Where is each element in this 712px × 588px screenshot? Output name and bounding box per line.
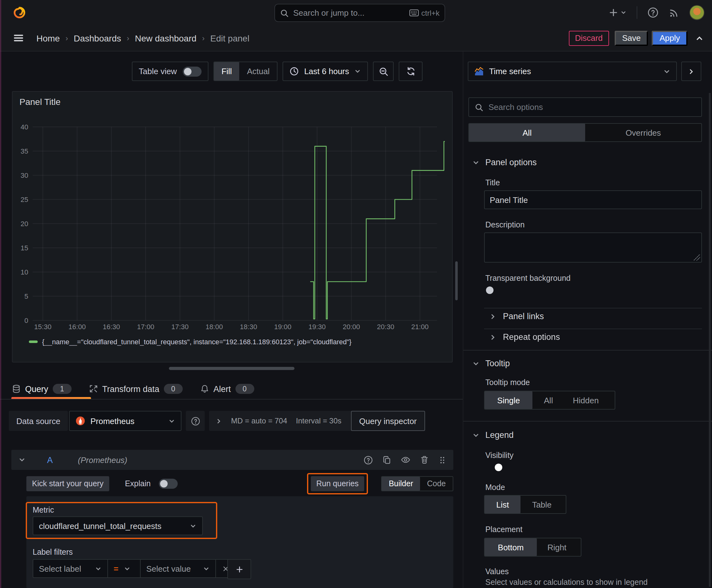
- menu-toggle[interactable]: [13, 25, 24, 51]
- screen-edge-artifact: [0, 0, 1, 588]
- clock-icon: [290, 67, 299, 76]
- breadcrumb-home[interactable]: Home: [37, 33, 60, 43]
- sidebar-scrollbar[interactable]: [709, 93, 711, 587]
- svg-text:40: 40: [21, 123, 28, 131]
- collapse-options-button[interactable]: [681, 62, 701, 81]
- save-button[interactable]: Save: [615, 30, 648, 45]
- code-option[interactable]: Code: [420, 477, 453, 491]
- breadcrumb-new-dashboard[interactable]: New dashboard: [135, 33, 196, 43]
- max-data-points: MD = auto = 704: [231, 417, 287, 425]
- refresh-button[interactable]: [399, 62, 423, 81]
- visualization-picker[interactable]: Time series: [468, 62, 677, 81]
- interval: Interval = 30s: [296, 417, 342, 425]
- timeseries-chart-icon: [474, 66, 484, 76]
- collapse-header-button[interactable]: [695, 34, 704, 42]
- panel-options-header[interactable]: Panel options: [472, 158, 537, 167]
- options-search[interactable]: Search options: [468, 97, 702, 117]
- tab-alert[interactable]: Alert 0: [200, 379, 254, 399]
- legend-mode-switch: List Table: [484, 495, 566, 514]
- title-input[interactable]: [484, 190, 702, 209]
- trash-icon[interactable]: [420, 456, 429, 464]
- tab-query[interactable]: Query 1: [12, 379, 71, 399]
- resize-handle-icon[interactable]: [694, 254, 700, 261]
- tooltip-hidden[interactable]: Hidden: [564, 391, 607, 409]
- query-options-summary[interactable]: MD = auto = 704 Interval = 30s: [209, 411, 359, 431]
- search-placeholder: Search or jump to...: [293, 8, 405, 18]
- run-queries-annotation: Run queries: [307, 473, 368, 495]
- apply-button[interactable]: Apply: [652, 30, 688, 45]
- drag-handle-icon[interactable]: [438, 456, 447, 464]
- metric-select[interactable]: cloudflared_tunnel_total_requests: [33, 517, 203, 535]
- repeat-options-section[interactable]: Repeat options: [489, 332, 560, 342]
- svg-text:17:00: 17:00: [137, 323, 154, 331]
- chart-legend-item[interactable]: {__name__="cloudflared_tunnel_total_requ…: [29, 338, 352, 345]
- label-filters-label: Label filters: [33, 548, 73, 556]
- operator-dropdown[interactable]: =: [108, 560, 141, 577]
- discard-button[interactable]: Discard: [569, 30, 609, 45]
- datasource-help-button[interactable]: [186, 411, 205, 431]
- metric-value: cloudflared_tunnel_total_requests: [39, 521, 190, 530]
- grafana-logo-icon: [13, 6, 26, 19]
- breadcrumb-dashboards[interactable]: Dashboards: [74, 33, 121, 43]
- placement-bottom[interactable]: Bottom: [485, 538, 537, 556]
- add-filter-button[interactable]: [227, 559, 251, 579]
- tooltip-all[interactable]: All: [533, 391, 564, 409]
- svg-text:16:30: 16:30: [103, 323, 120, 331]
- tab-all[interactable]: All: [469, 124, 585, 141]
- svg-text:20:00: 20:00: [343, 323, 360, 331]
- tooltip-header[interactable]: Tooltip: [472, 359, 510, 368]
- svg-text:30: 30: [21, 171, 28, 180]
- chevron-right-icon: [688, 67, 695, 75]
- placement-right[interactable]: Right: [537, 538, 577, 556]
- svg-text:5: 5: [24, 292, 28, 300]
- new-menu-button[interactable]: [608, 7, 627, 18]
- avatar[interactable]: [689, 5, 705, 20]
- global-search[interactable]: Search or jump to... ctrl+k: [274, 4, 445, 22]
- help-icon[interactable]: [364, 455, 373, 465]
- chevron-right-icon: [489, 313, 497, 320]
- query-inspector-button[interactable]: Query inspector: [351, 411, 425, 431]
- run-queries-button[interactable]: Run queries: [311, 476, 365, 491]
- table-view-toggle[interactable]: [182, 66, 201, 76]
- panel-options-sidebar: Time series Search options All Overrides…: [463, 51, 712, 588]
- svg-text:18:00: 18:00: [206, 323, 223, 331]
- tooltip-single[interactable]: Single: [485, 391, 533, 409]
- query-ref-id: A: [47, 455, 53, 465]
- news-button[interactable]: [669, 7, 679, 18]
- description-textarea[interactable]: [484, 232, 702, 262]
- datasource-picker[interactable]: Prometheus: [69, 411, 181, 431]
- series-color-dash: [29, 340, 38, 343]
- legend-mode-list[interactable]: List: [485, 496, 520, 513]
- chevron-down-icon: [203, 565, 210, 572]
- builder-option[interactable]: Builder: [382, 477, 420, 491]
- chevron-down-icon: [472, 431, 480, 439]
- tab-transform-label: Transform data: [102, 384, 159, 394]
- search-shortcut: ctrl+k: [409, 8, 439, 17]
- actual-option[interactable]: Actual: [239, 62, 277, 80]
- grafana-logo[interactable]: [13, 6, 26, 19]
- time-series-chart[interactable]: 051015202530354015:3016:0016:3017:0017:3…: [13, 92, 452, 362]
- fill-option[interactable]: Fill: [214, 62, 239, 80]
- plus-icon: [608, 7, 619, 18]
- scrollbar-thumb[interactable]: [455, 261, 458, 300]
- query-row-header[interactable]: A (Prometheus): [11, 450, 453, 470]
- legend-header[interactable]: Legend: [472, 430, 514, 440]
- eye-icon[interactable]: [401, 455, 411, 465]
- select-label-dropdown[interactable]: Select label: [33, 560, 108, 577]
- kick-start-button[interactable]: Kick start your query: [26, 476, 109, 491]
- time-range-picker[interactable]: Last 6 hours: [283, 62, 368, 81]
- copy-icon[interactable]: [382, 456, 391, 464]
- panel-links-section[interactable]: Panel links: [489, 312, 544, 321]
- header-actions: [608, 0, 705, 25]
- tab-alert-badge: 0: [235, 384, 254, 394]
- select-value-dropdown[interactable]: Select value: [141, 560, 216, 577]
- help-button[interactable]: [647, 7, 659, 18]
- pane-resize-handle[interactable]: [169, 367, 295, 370]
- explain-toggle[interactable]: [159, 479, 178, 489]
- tab-query-badge: 1: [53, 384, 71, 394]
- zoom-out-button[interactable]: [373, 62, 394, 81]
- tab-overrides[interactable]: Overrides: [585, 124, 701, 141]
- tab-transform-data[interactable]: Transform data 0: [89, 379, 183, 399]
- legend-mode-table[interactable]: Table: [520, 496, 563, 513]
- tab-transform-badge: 0: [164, 384, 183, 394]
